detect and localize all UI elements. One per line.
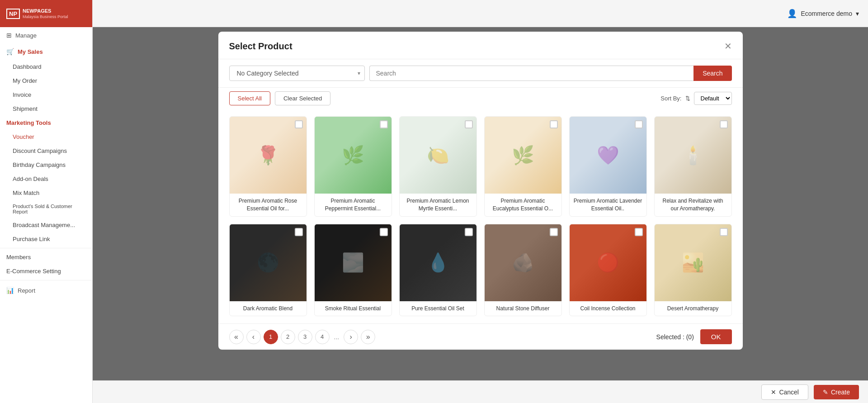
product-card[interactable]: 🕯️Relax and Revitalize with our Aromathe…: [654, 116, 732, 217]
search-wrap: Search: [369, 66, 732, 81]
sidebar-item-broadcast[interactable]: Broadcast Manageme...: [0, 218, 92, 232]
sidebar-item-marketing-tools[interactable]: Marketing Tools: [0, 116, 92, 130]
select-product-modal: Select Product ✕ No Category Selected Se…: [218, 32, 743, 350]
product-checkbox[interactable]: [635, 228, 643, 236]
logo-text: NEWPAGES: [23, 8, 68, 14]
product-card[interactable]: 💧Pure Essential Oil Set: [399, 224, 477, 317]
category-select-wrap: No Category Selected: [229, 66, 365, 81]
product-checkbox[interactable]: [465, 228, 473, 236]
topbar-username: Ecommerce demo: [801, 10, 852, 17]
sidebar-item-mix-match[interactable]: Mix Match: [0, 186, 92, 200]
product-card[interactable]: 🏜️Desert Aromatherapy: [654, 224, 732, 317]
sidebar-item-products-sold[interactable]: Product's Sold & Customer Report: [0, 200, 92, 218]
page-first-button[interactable]: «: [229, 330, 244, 344]
bottombar: ✕ Cancel ✎ Create: [93, 380, 868, 403]
product-image: 🕯️: [655, 117, 731, 194]
product-card[interactable]: 🌿Premium Aromatic Eucalyptus Essential O…: [484, 116, 562, 217]
report-icon: 📊: [6, 287, 14, 294]
product-name: Premium Aromatic Lavender Essential Oil.…: [570, 194, 646, 216]
modal-overlay: Select Product ✕ No Category Selected Se…: [93, 27, 868, 380]
sidebar-item-invoice[interactable]: Invoice: [0, 88, 92, 102]
search-button[interactable]: Search: [693, 66, 731, 81]
user-icon: 👤: [787, 9, 797, 19]
logo-sub: Malaysia Business Portal: [23, 14, 68, 19]
create-button[interactable]: ✎ Create: [814, 385, 859, 399]
sort-select[interactable]: Default: [694, 92, 732, 105]
modal-title: Select Product: [229, 41, 292, 52]
product-name: Dark Aromatic Blend: [230, 301, 307, 316]
sidebar-manage[interactable]: ⊞ Manage: [0, 27, 92, 43]
cancel-button[interactable]: ✕ Cancel: [761, 384, 808, 400]
product-card[interactable]: 🌑Dark Aromatic Blend: [229, 224, 307, 317]
page-1-button[interactable]: 1: [264, 330, 278, 344]
product-checkbox[interactable]: [380, 120, 388, 128]
product-checkbox[interactable]: [465, 120, 473, 128]
product-name: Premium Aromatic Lemon Myrtle Essenti...: [400, 194, 476, 216]
product-name: Smoke Ritual Essential: [315, 301, 392, 316]
product-image: 🌹: [230, 117, 307, 194]
product-name: Natural Stone Diffuser: [485, 301, 561, 316]
clear-selected-button[interactable]: Clear Selected: [275, 91, 330, 105]
product-checkbox[interactable]: [635, 120, 643, 128]
modal-header: Select Product ✕: [218, 32, 743, 59]
logo-box: NP: [6, 9, 20, 19]
sidebar-item-ecommerce-setting[interactable]: E-Commerce Setting: [0, 264, 92, 278]
product-checkbox[interactable]: [720, 228, 728, 236]
page-prev-button[interactable]: ‹: [246, 330, 261, 344]
page-last-button[interactable]: »: [361, 330, 375, 344]
sidebar-item-dashboard[interactable]: Dashboard: [0, 60, 92, 74]
page-2-button[interactable]: 2: [281, 330, 295, 344]
ok-button[interactable]: OK: [700, 329, 732, 344]
page-3-button[interactable]: 3: [298, 330, 312, 344]
product-name: Desert Aromatherapy: [655, 301, 731, 316]
topbar-user[interactable]: 👤 Ecommerce demo ▾: [787, 9, 859, 19]
product-checkbox[interactable]: [550, 228, 558, 236]
product-checkbox[interactable]: [295, 228, 303, 236]
product-card[interactable]: 💜Premium Aromatic Lavender Essential Oil…: [569, 116, 647, 217]
sidebar-item-shipment[interactable]: Shipment: [0, 102, 92, 116]
product-grid: 🌹Premium Aromatic Rose Essential Oil for…: [229, 116, 732, 316]
sidebar-item-members[interactable]: Members: [0, 250, 92, 264]
product-card[interactable]: 🪨Natural Stone Diffuser: [484, 224, 562, 317]
product-name: Coil Incense Collection: [570, 301, 646, 316]
sidebar-item-birthday-campaigns[interactable]: Birthday Campaigns: [0, 158, 92, 172]
modal-body: 🌹Premium Aromatic Rose Essential Oil for…: [218, 109, 743, 323]
page-4-button[interactable]: 4: [315, 330, 330, 344]
product-name: Premium Aromatic Rose Essential Oil for.…: [230, 194, 307, 216]
modal-actions-left: Select All Clear Selected: [229, 91, 331, 105]
sales-icon: 🛒: [6, 48, 14, 55]
search-input[interactable]: [369, 66, 694, 81]
sidebar-item-voucher[interactable]: Voucher: [0, 130, 92, 144]
sidebar-my-sales[interactable]: 🛒 My Sales: [0, 43, 92, 60]
topbar: 👤 Ecommerce demo ▾: [93, 0, 868, 27]
sidebar-logo: NP NEWPAGES Malaysia Business Portal: [0, 0, 92, 27]
product-card[interactable]: 🌹Premium Aromatic Rose Essential Oil for…: [229, 116, 307, 217]
modal-close-button[interactable]: ✕: [724, 41, 732, 52]
manage-icon: ⊞: [6, 32, 12, 39]
product-checkbox[interactable]: [720, 120, 728, 128]
product-checkbox[interactable]: [550, 120, 558, 128]
product-checkbox[interactable]: [295, 120, 303, 128]
product-card[interactable]: 🍋Premium Aromatic Lemon Myrtle Essenti..…: [399, 116, 477, 217]
product-name: Pure Essential Oil Set: [400, 301, 476, 316]
product-card[interactable]: 🔴Coil Incense Collection: [569, 224, 647, 317]
sidebar-report[interactable]: 📊 Report: [0, 282, 92, 299]
modal-footer: « ‹ 1 2 3 4 ... › » Selected : (0) OK: [218, 323, 743, 350]
sort-icon: ⇅: [685, 95, 690, 102]
category-select[interactable]: No Category Selected: [229, 66, 365, 81]
sidebar-item-my-order[interactable]: My Order: [0, 74, 92, 88]
sidebar: NP NEWPAGES Malaysia Business Portal ⊞ M…: [0, 0, 93, 403]
product-checkbox[interactable]: [380, 228, 388, 236]
select-all-button[interactable]: Select All: [229, 91, 270, 105]
topbar-chevron-icon: ▾: [856, 10, 859, 17]
page-next-button[interactable]: ›: [344, 330, 358, 344]
sidebar-item-discount-campaigns[interactable]: Discount Campaigns: [0, 144, 92, 158]
product-card[interactable]: 🌿Premium Aromatic Peppermint Essential..…: [314, 116, 392, 217]
sidebar-item-purchase-link[interactable]: Purchase Link: [0, 232, 92, 246]
sort-wrap: Sort By: ⇅ Default: [660, 92, 731, 105]
sidebar-item-addon-deals[interactable]: Add-on Deals: [0, 172, 92, 186]
product-name: Premium Aromatic Eucalyptus Essential O.…: [485, 194, 561, 216]
product-card[interactable]: 🌫️Smoke Ritual Essential: [314, 224, 392, 317]
edit-icon: ✎: [823, 389, 828, 396]
modal-toolbar: No Category Selected Search: [218, 59, 743, 88]
